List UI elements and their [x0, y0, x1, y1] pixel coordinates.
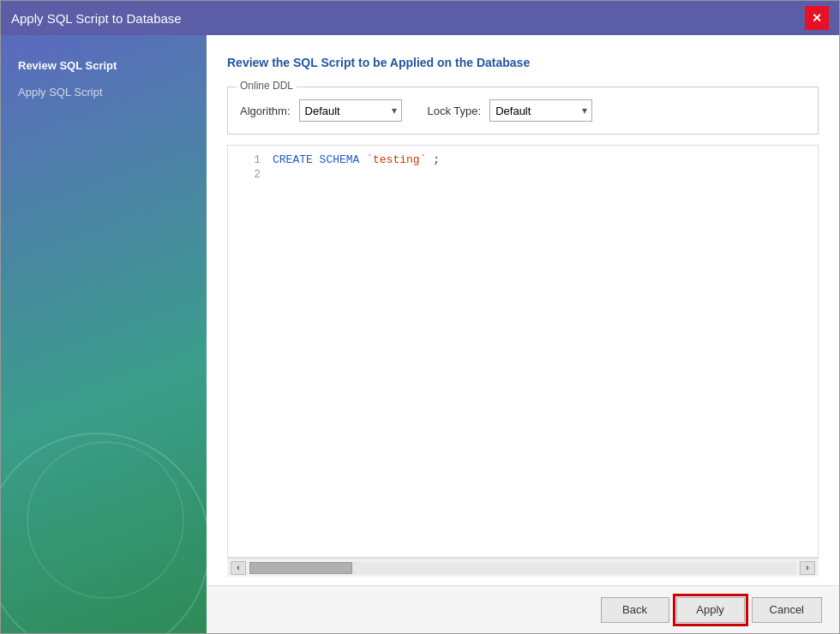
apply-button[interactable]: Apply [676, 597, 745, 623]
back-button[interactable]: Back [601, 597, 669, 623]
sidebar: Review SQL Script Apply SQL Script [1, 35, 207, 633]
sidebar-item-review-sql-script[interactable]: Review SQL Script [1, 52, 207, 79]
sidebar-item-label: Review SQL Script [18, 59, 117, 72]
content-area: Review the SQL Script to be Applied on t… [207, 35, 839, 585]
dialog-body: Review SQL Script Apply SQL Script Revie… [1, 35, 839, 633]
lock-type-select[interactable]: Default NONE SHARED EXCLUSIVE [489, 99, 592, 122]
dialog-title: Apply SQL Script to Database [11, 11, 182, 26]
algorithm-select-wrapper: Default INSTANT INPLACE COPY [299, 99, 402, 122]
line-content-1: CREATE SCHEMA `testing` ; [273, 153, 440, 166]
code-line-2: 2 [228, 167, 818, 182]
main-content: Review the SQL Script to be Applied on t… [207, 35, 839, 633]
scroll-right-arrow[interactable]: › [800, 561, 815, 575]
scroll-thumb[interactable] [249, 562, 352, 574]
online-ddl-label: Online DDL [237, 80, 297, 92]
scroll-track[interactable] [249, 562, 796, 574]
dialog: Apply SQL Script to Database ✕ Review SQ… [0, 0, 840, 634]
keyword-create: CREATE SCHEMA [273, 153, 366, 166]
section-title: Review the SQL Script to be Applied on t… [227, 56, 819, 69]
cancel-button[interactable]: Cancel [752, 597, 822, 623]
footer: Back Apply Cancel [207, 585, 839, 633]
identifier-testing: `testing` [366, 153, 426, 166]
ddl-controls: Algorithm: Default INSTANT INPLACE COPY … [240, 99, 806, 122]
scroll-left-arrow[interactable]: ‹ [231, 561, 246, 575]
title-bar: Apply SQL Script to Database ✕ [1, 1, 839, 35]
online-ddl-box: Online DDL Algorithm: Default INSTANT IN… [227, 87, 819, 135]
algorithm-select[interactable]: Default INSTANT INPLACE COPY [299, 99, 402, 122]
close-button[interactable]: ✕ [805, 6, 829, 30]
lock-type-label: Lock Type: [428, 105, 482, 117]
line-number-2: 2 [235, 168, 261, 181]
punctuation-semicolon: ; [426, 153, 440, 166]
algorithm-label: Algorithm: [240, 105, 291, 117]
horizontal-scrollbar: ‹ › [227, 558, 819, 577]
line-number-1: 1 [235, 153, 261, 166]
lock-type-select-wrapper: Default NONE SHARED EXCLUSIVE [489, 99, 592, 122]
code-line-1: 1 CREATE SCHEMA `testing` ; [228, 153, 818, 167]
code-area: 1 CREATE SCHEMA `testing` ; 2 [227, 145, 819, 558]
sidebar-item-apply-sql-script[interactable]: Apply SQL Script [1, 79, 207, 105]
sidebar-item-label: Apply SQL Script [18, 86, 103, 99]
